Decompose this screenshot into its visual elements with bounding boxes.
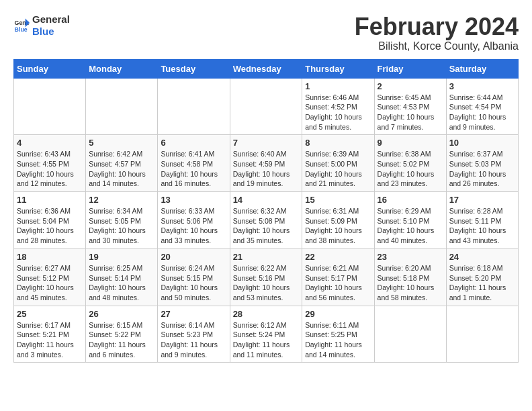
logo-general: General [32, 13, 70, 26]
calendar-cell [230, 78, 302, 135]
calendar-cell: 19Sunrise: 6:25 AM Sunset: 5:14 PM Dayli… [86, 248, 158, 306]
svg-text:Blue: Blue [15, 26, 28, 33]
day-info: Sunrise: 6:41 AM Sunset: 4:58 PM Dayligh… [161, 149, 226, 189]
calendar-cell: 22Sunrise: 6:21 AM Sunset: 5:17 PM Dayli… [302, 248, 374, 306]
day-info: Sunrise: 6:34 AM Sunset: 5:05 PM Dayligh… [89, 206, 154, 246]
day-number: 15 [305, 195, 371, 205]
day-info: Sunrise: 6:46 AM Sunset: 4:52 PM Dayligh… [305, 93, 371, 132]
calendar-cell: 23Sunrise: 6:20 AM Sunset: 5:18 PM Dayli… [374, 248, 446, 306]
day-info: Sunrise: 6:36 AM Sunset: 5:04 PM Dayligh… [17, 206, 83, 246]
day-number: 21 [233, 252, 300, 262]
day-number: 27 [161, 309, 226, 319]
day-number: 14 [233, 195, 300, 205]
day-info: Sunrise: 6:40 AM Sunset: 4:59 PM Dayligh… [233, 149, 300, 189]
calendar-cell: 15Sunrise: 6:31 AM Sunset: 5:09 PM Dayli… [302, 192, 374, 249]
day-number: 22 [305, 252, 371, 262]
day-info: Sunrise: 6:27 AM Sunset: 5:12 PM Dayligh… [17, 263, 83, 303]
calendar-cell: 2Sunrise: 6:45 AM Sunset: 4:53 PM Daylig… [374, 78, 446, 135]
day-number: 6 [161, 138, 226, 148]
calendar-week-row: 11Sunrise: 6:36 AM Sunset: 5:04 PM Dayli… [14, 192, 519, 249]
calendar-cell: 29Sunrise: 6:11 AM Sunset: 5:25 PM Dayli… [302, 306, 374, 363]
day-number: 8 [305, 138, 371, 148]
calendar-week-row: 4Sunrise: 6:43 AM Sunset: 4:55 PM Daylig… [14, 135, 519, 192]
calendar-cell: 21Sunrise: 6:22 AM Sunset: 5:16 PM Dayli… [230, 248, 302, 306]
calendar-cell: 13Sunrise: 6:33 AM Sunset: 5:06 PM Dayli… [158, 192, 230, 249]
title-section: February 2024 Bilisht, Korce County, Alb… [355, 13, 519, 52]
calendar-cell: 24Sunrise: 6:18 AM Sunset: 5:20 PM Dayli… [446, 248, 518, 306]
day-info: Sunrise: 6:20 AM Sunset: 5:18 PM Dayligh… [378, 263, 443, 303]
day-number: 2 [378, 81, 443, 91]
day-number: 24 [449, 252, 515, 262]
day-header-sunday: Sunday [14, 59, 86, 78]
day-number: 19 [89, 252, 154, 262]
day-number: 5 [89, 138, 154, 148]
day-info: Sunrise: 6:38 AM Sunset: 5:02 PM Dayligh… [378, 149, 443, 189]
calendar-cell: 9Sunrise: 6:38 AM Sunset: 5:02 PM Daylig… [374, 135, 446, 192]
calendar-cell: 25Sunrise: 6:17 AM Sunset: 5:21 PM Dayli… [14, 306, 86, 363]
day-number: 23 [378, 252, 443, 262]
day-number: 26 [89, 309, 154, 319]
day-number: 20 [161, 252, 226, 262]
calendar-cell: 17Sunrise: 6:28 AM Sunset: 5:11 PM Dayli… [446, 192, 518, 249]
calendar-cell: 26Sunrise: 6:15 AM Sunset: 5:22 PM Dayli… [86, 306, 158, 363]
day-info: Sunrise: 6:18 AM Sunset: 5:20 PM Dayligh… [449, 263, 515, 303]
day-header-thursday: Thursday [302, 59, 374, 78]
day-info: Sunrise: 6:32 AM Sunset: 5:08 PM Dayligh… [233, 206, 300, 246]
day-info: Sunrise: 6:29 AM Sunset: 5:10 PM Dayligh… [378, 206, 443, 246]
page-header: General Blue General Blue February 2024 … [13, 13, 519, 52]
day-info: Sunrise: 6:24 AM Sunset: 5:15 PM Dayligh… [161, 263, 226, 303]
calendar-cell: 3Sunrise: 6:44 AM Sunset: 4:54 PM Daylig… [446, 78, 518, 135]
day-number: 29 [305, 309, 371, 319]
day-number: 28 [233, 309, 300, 319]
calendar-week-row: 1Sunrise: 6:46 AM Sunset: 4:52 PM Daylig… [14, 78, 519, 135]
day-info: Sunrise: 6:44 AM Sunset: 4:54 PM Dayligh… [449, 93, 515, 132]
calendar-cell: 12Sunrise: 6:34 AM Sunset: 5:05 PM Dayli… [86, 192, 158, 249]
calendar-cell: 11Sunrise: 6:36 AM Sunset: 5:04 PM Dayli… [14, 192, 86, 249]
day-header-wednesday: Wednesday [230, 59, 302, 78]
calendar-cell [86, 78, 158, 135]
day-info: Sunrise: 6:37 AM Sunset: 5:03 PM Dayligh… [449, 149, 515, 189]
day-number: 25 [17, 309, 83, 319]
day-info: Sunrise: 6:22 AM Sunset: 5:16 PM Dayligh… [233, 263, 300, 303]
calendar-cell: 16Sunrise: 6:29 AM Sunset: 5:10 PM Dayli… [374, 192, 446, 249]
day-info: Sunrise: 6:14 AM Sunset: 5:23 PM Dayligh… [161, 320, 226, 360]
logo: General Blue General Blue [13, 13, 70, 38]
calendar-cell: 27Sunrise: 6:14 AM Sunset: 5:23 PM Dayli… [158, 306, 230, 363]
subtitle: Bilisht, Korce County, Albania [355, 40, 519, 52]
calendar-header-row: SundayMondayTuesdayWednesdayThursdayFrid… [14, 59, 519, 78]
day-header-tuesday: Tuesday [158, 59, 230, 78]
day-number: 10 [449, 138, 515, 148]
calendar-cell: 5Sunrise: 6:42 AM Sunset: 4:57 PM Daylig… [86, 135, 158, 192]
day-info: Sunrise: 6:31 AM Sunset: 5:09 PM Dayligh… [305, 206, 371, 246]
calendar-cell: 28Sunrise: 6:12 AM Sunset: 5:24 PM Dayli… [230, 306, 302, 363]
calendar-cell: 1Sunrise: 6:46 AM Sunset: 4:52 PM Daylig… [302, 78, 374, 135]
logo-blue: Blue [32, 26, 70, 38]
calendar-cell [158, 78, 230, 135]
day-number: 9 [378, 138, 443, 148]
calendar-cell: 6Sunrise: 6:41 AM Sunset: 4:58 PM Daylig… [158, 135, 230, 192]
day-info: Sunrise: 6:42 AM Sunset: 4:57 PM Dayligh… [89, 149, 154, 189]
day-info: Sunrise: 6:21 AM Sunset: 5:17 PM Dayligh… [305, 263, 371, 303]
day-number: 3 [449, 81, 515, 91]
calendar-cell: 8Sunrise: 6:39 AM Sunset: 5:00 PM Daylig… [302, 135, 374, 192]
calendar-table: SundayMondayTuesdayWednesdayThursdayFrid… [13, 59, 519, 363]
day-number: 7 [233, 138, 300, 148]
calendar-cell: 14Sunrise: 6:32 AM Sunset: 5:08 PM Dayli… [230, 192, 302, 249]
day-info: Sunrise: 6:15 AM Sunset: 5:22 PM Dayligh… [89, 320, 154, 360]
calendar-cell: 18Sunrise: 6:27 AM Sunset: 5:12 PM Dayli… [14, 248, 86, 306]
calendar-cell: 20Sunrise: 6:24 AM Sunset: 5:15 PM Dayli… [158, 248, 230, 306]
day-info: Sunrise: 6:28 AM Sunset: 5:11 PM Dayligh… [449, 206, 515, 246]
day-info: Sunrise: 6:39 AM Sunset: 5:00 PM Dayligh… [305, 149, 371, 189]
day-info: Sunrise: 6:25 AM Sunset: 5:14 PM Dayligh… [89, 263, 154, 303]
calendar-cell [374, 306, 446, 363]
calendar-cell: 10Sunrise: 6:37 AM Sunset: 5:03 PM Dayli… [446, 135, 518, 192]
day-info: Sunrise: 6:33 AM Sunset: 5:06 PM Dayligh… [161, 206, 226, 246]
calendar-cell: 4Sunrise: 6:43 AM Sunset: 4:55 PM Daylig… [14, 135, 86, 192]
day-header-friday: Friday [374, 59, 446, 78]
calendar-week-row: 25Sunrise: 6:17 AM Sunset: 5:21 PM Dayli… [14, 306, 519, 363]
day-header-monday: Monday [86, 59, 158, 78]
day-info: Sunrise: 6:12 AM Sunset: 5:24 PM Dayligh… [233, 320, 300, 360]
calendar-cell [446, 306, 518, 363]
day-info: Sunrise: 6:17 AM Sunset: 5:21 PM Dayligh… [17, 320, 83, 360]
day-info: Sunrise: 6:43 AM Sunset: 4:55 PM Dayligh… [17, 149, 83, 189]
